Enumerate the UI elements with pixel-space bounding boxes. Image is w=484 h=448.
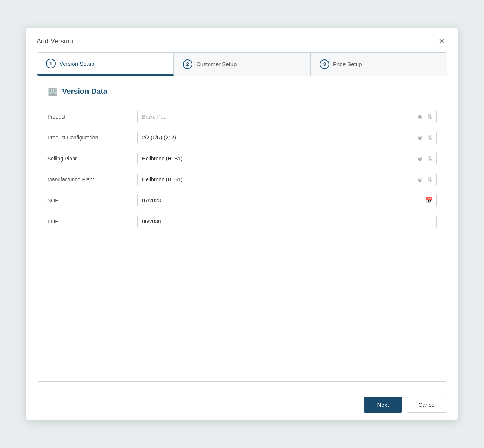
- modal-body: 1 Version Setup 2 Customer Setup 3 Price…: [26, 52, 458, 389]
- eop-row: EOP: [47, 213, 437, 230]
- modal-footer: Next Cancel: [26, 389, 458, 420]
- selling-plant-actions: ⊗ ⇅: [416, 154, 434, 163]
- cancel-button[interactable]: Cancel: [407, 397, 447, 413]
- close-icon: ✕: [438, 37, 445, 46]
- selling-plant-input[interactable]: [137, 152, 437, 165]
- product-config-clear-button[interactable]: ⊗: [416, 134, 424, 142]
- product-clear-button[interactable]: ⊗: [416, 113, 424, 121]
- sop-field: 📅: [137, 194, 437, 207]
- product-label: Product: [47, 114, 137, 120]
- tab-number-2: 2: [183, 59, 192, 69]
- product-config-row: Product Configuration ⊗ ⇅: [47, 129, 437, 146]
- content-area: 🏢 Version Data Product ⊗ ⇅: [37, 76, 447, 382]
- product-sort-button[interactable]: ⇅: [425, 113, 434, 121]
- calendar-icon: 📅: [426, 197, 433, 203]
- manufacturing-plant-input[interactable]: [137, 173, 437, 186]
- tab-price-setup-label: Price Setup: [333, 61, 362, 67]
- sort-icon: ⇅: [427, 113, 432, 120]
- sop-calendar-button[interactable]: 📅: [426, 197, 433, 204]
- product-config-input[interactable]: [137, 131, 437, 144]
- sop-label: SOP: [47, 197, 137, 203]
- version-data-icon: 🏢: [47, 86, 58, 96]
- section-title: Version Data: [62, 87, 107, 96]
- product-row: Product ⊗ ⇅: [47, 108, 437, 125]
- tab-price-setup[interactable]: 3 Price Setup: [311, 53, 447, 76]
- tab-number-1: 1: [46, 59, 56, 68]
- manufacturing-plant-sort-button[interactable]: ⇅: [425, 175, 434, 184]
- modal: Add Version ✕ 1 Version Setup 2 Customer…: [26, 28, 458, 420]
- manufacturing-plant-row: Manufacturing Plant ⊗ ⇅: [47, 171, 437, 188]
- tab-customer-setup-label: Customer Setup: [196, 61, 237, 67]
- clear-icon: ⊗: [417, 176, 422, 183]
- sop-input[interactable]: [137, 194, 437, 207]
- product-config-sort-button[interactable]: ⇅: [425, 134, 434, 142]
- modal-header: Add Version ✕: [26, 28, 458, 52]
- tab-version-setup-label: Version Setup: [59, 61, 94, 67]
- product-input[interactable]: [137, 110, 437, 123]
- selling-plant-label: Selling Plant: [47, 156, 137, 162]
- tab-version-setup[interactable]: 1 Version Setup: [37, 53, 174, 76]
- eop-field: [137, 215, 437, 228]
- selling-plant-row: Selling Plant ⊗ ⇅: [47, 150, 437, 167]
- close-button[interactable]: ✕: [435, 35, 447, 47]
- product-field: ⊗ ⇅: [137, 110, 437, 123]
- manufacturing-plant-label: Manufacturing Plant: [47, 177, 137, 182]
- selling-plant-field: ⊗ ⇅: [137, 152, 437, 165]
- clear-icon: ⊗: [417, 134, 422, 141]
- tabs-container: 1 Version Setup 2 Customer Setup 3 Price…: [37, 52, 447, 76]
- eop-input[interactable]: [137, 215, 437, 228]
- product-actions: ⊗ ⇅: [416, 113, 434, 121]
- selling-plant-clear-button[interactable]: ⊗: [416, 154, 424, 163]
- sort-icon: ⇅: [427, 134, 432, 141]
- manufacturing-plant-field: ⊗ ⇅: [137, 173, 437, 186]
- section-divider: [47, 99, 437, 99]
- sort-icon: ⇅: [427, 155, 432, 162]
- clear-icon: ⊗: [417, 155, 422, 162]
- selling-plant-sort-button[interactable]: ⇅: [425, 154, 434, 163]
- manufacturing-plant-actions: ⊗ ⇅: [416, 175, 434, 184]
- tab-number-3: 3: [320, 59, 329, 69]
- product-config-field: ⊗ ⇅: [137, 131, 437, 144]
- sort-icon: ⇅: [427, 176, 432, 183]
- product-config-actions: ⊗ ⇅: [416, 134, 434, 142]
- section-header: 🏢 Version Data: [47, 86, 437, 96]
- clear-icon: ⊗: [417, 113, 422, 120]
- modal-title: Add Version: [37, 37, 73, 45]
- eop-label: EOP: [47, 218, 137, 224]
- sop-row: SOP 📅: [47, 192, 437, 209]
- product-config-label: Product Configuration: [47, 135, 137, 141]
- next-button[interactable]: Next: [364, 397, 402, 413]
- manufacturing-plant-clear-button[interactable]: ⊗: [416, 175, 424, 184]
- tab-customer-setup[interactable]: 2 Customer Setup: [174, 53, 311, 76]
